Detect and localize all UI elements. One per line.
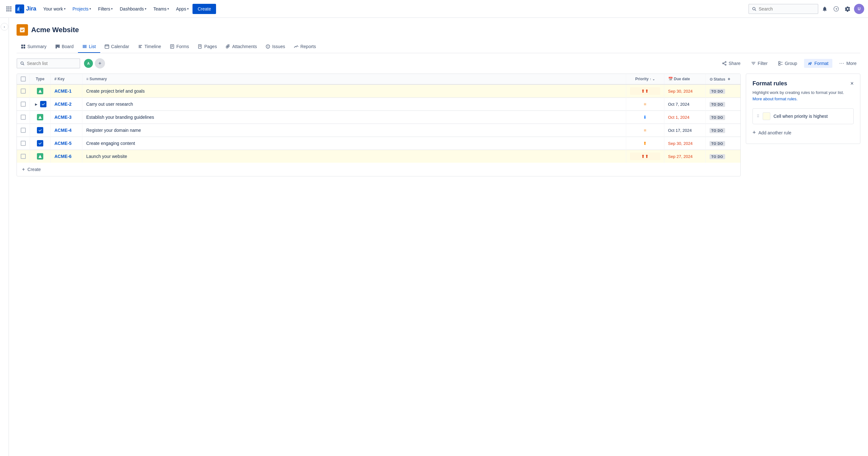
top-navigation: J Jira Your work ▾ Projects ▾ Filters ▾ … [0,0,868,18]
help-button[interactable]: ? [831,4,841,14]
issue-summary: Carry out user research [83,98,626,111]
status-badge[interactable]: TO DO [710,154,725,159]
nav-projects[interactable]: Projects ▾ [69,4,94,13]
row-checkbox-1[interactable] [21,102,26,107]
jira-logo[interactable]: J Jira [15,4,36,13]
format-rule-1[interactable]: ⠿ Cell when priority is highest [752,108,854,124]
nav-your-work[interactable]: Your work ▾ [40,4,69,13]
panel-title: Format rules [752,80,787,87]
create-button[interactable]: Create [192,4,216,14]
due-date: Sep 30, 2024 [664,137,705,150]
table-row: ACME-1Create project brief and goals⬆⬆Se… [17,84,740,98]
notifications-button[interactable] [819,4,830,14]
issue-key[interactable]: ACME-2 [51,98,83,111]
search-list-input[interactable] [27,61,76,66]
format-icon [808,61,812,65]
header-status[interactable]: ⊙ Status + [705,74,740,84]
svg-point-36 [725,61,726,63]
tab-pages[interactable]: Pages [193,41,221,53]
tab-reports[interactable]: Reports [289,41,320,53]
issue-summary: Create engaging content [83,137,626,150]
add-column-button[interactable]: + [728,77,730,82]
table-row: ACME-6Launch your website⬆⬆Sep 27, 2024T… [17,150,740,163]
search-input[interactable] [759,6,814,11]
search-icon [752,7,756,11]
user-avatar[interactable]: U [854,4,864,14]
summary-icon [21,44,26,49]
toggle-button[interactable]: › [1,23,8,31]
row-checkbox-3[interactable] [21,128,26,133]
panel-close-button[interactable]: × [850,80,854,87]
top-nav-menu: Your work ▾ Projects ▾ Filters ▾ Dashboa… [40,4,747,14]
user-avatar-1[interactable]: A [83,58,94,68]
type-icon [40,101,46,107]
row-checkbox-0[interactable] [21,88,26,94]
header-duedate[interactable]: 📅 Due date [664,74,705,84]
issue-key[interactable]: ACME-1 [51,84,83,98]
settings-button[interactable] [842,4,853,14]
status-badge[interactable]: TO DO [710,128,725,133]
format-rules-link[interactable]: More about format rules. [752,96,798,101]
nav-teams[interactable]: Teams ▾ [150,4,172,13]
jira-logo-text: Jira [26,5,36,12]
row-checkbox-4[interactable] [21,141,26,146]
help-icon: ? [833,6,839,12]
status-badge[interactable]: TO DO [710,141,725,146]
tab-timeline[interactable]: Timeline [134,41,165,53]
grid-menu-icon[interactable] [4,4,14,14]
header-type[interactable]: Type [30,74,51,84]
priority-cell: ⬆⬆ [630,152,660,160]
status-badge[interactable]: TO DO [710,89,725,94]
svg-rect-13 [59,45,60,48]
global-search[interactable] [748,4,818,14]
issue-key[interactable]: ACME-6 [51,150,83,163]
svg-line-3 [755,9,756,10]
tab-calendar[interactable]: Calendar [100,41,134,53]
add-rule-button[interactable]: + Add another rule [752,128,854,137]
due-date: Oct 7, 2024 [664,98,705,111]
filter-button[interactable]: Filter [747,59,771,68]
issue-status: TO DO [705,137,740,150]
table-header-row: Type # Key ≡ Summary Priority ↑ ⌄ [17,74,740,84]
forms-icon [170,44,174,49]
nav-dashboards[interactable]: Dashboards ▾ [117,4,150,13]
create-issue-row[interactable]: + Create [17,163,740,176]
header-key[interactable]: # Key [51,74,83,84]
tab-forms[interactable]: Forms [165,41,193,53]
panel-header: Format rules × [752,80,854,87]
row-checkbox-5[interactable] [21,154,26,159]
issue-status: TO DO [705,124,740,137]
add-avatar-button[interactable]: + [95,58,105,68]
sidebar-toggle[interactable]: › [0,18,9,456]
tab-attachments[interactable]: Attachments [221,41,261,53]
filter-icon [751,61,756,65]
format-rules-panel: Format rules × Highlight work by creatin… [746,74,860,144]
row-checkbox-2[interactable] [21,115,26,120]
nav-filters[interactable]: Filters ▾ [95,4,116,13]
status-badge[interactable]: TO DO [710,115,725,120]
issues-icon [266,44,270,49]
tab-board[interactable]: Board [51,41,78,53]
nav-apps[interactable]: Apps ▾ [173,4,192,13]
format-button[interactable]: Format [804,59,832,68]
search-list-field[interactable] [17,58,80,68]
due-date: Sep 30, 2024 [664,84,705,98]
more-button[interactable]: ··· More [836,59,860,68]
issue-key[interactable]: ACME-5 [51,137,83,150]
svg-rect-9 [21,47,23,49]
tab-issues[interactable]: Issues [261,41,289,53]
header-summary[interactable]: ≡ Summary [83,74,626,84]
tab-summary[interactable]: Summary [17,41,51,53]
rule-color-swatch[interactable] [763,112,770,120]
issue-key[interactable]: ACME-3 [51,111,83,124]
tab-list[interactable]: List [78,41,100,53]
select-all-checkbox[interactable] [21,77,26,82]
issue-status: TO DO [705,98,740,111]
add-rule-label: Add another rule [758,130,792,135]
group-button[interactable]: Group [774,59,801,68]
share-button[interactable]: Share [718,59,744,68]
header-priority[interactable]: Priority ↑ ⌄ [626,74,664,84]
expand-button[interactable]: ▶ [34,102,39,107]
status-badge[interactable]: TO DO [710,102,725,107]
issue-key[interactable]: ACME-4 [51,124,83,137]
